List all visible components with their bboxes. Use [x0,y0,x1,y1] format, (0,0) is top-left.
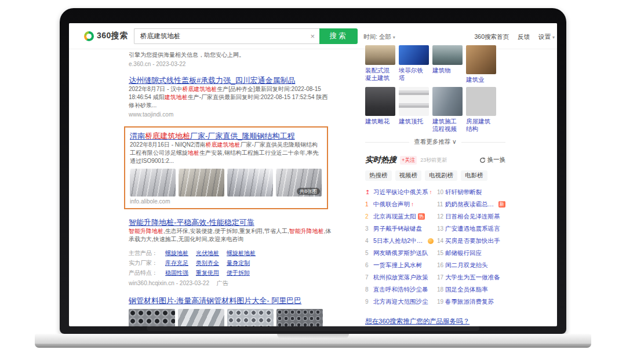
search-input[interactable] [139,29,301,43]
hot-search-item[interactable]: 16 闰二月双龙抬头 [437,259,505,271]
related-image-item[interactable]: 房屋建筑结构 [466,87,496,133]
related-image-thumbnail[interactable] [365,45,395,65]
hot-search-item[interactable]: ↥ 习近平纵论中俄关系 ↑ [365,186,434,198]
ad-link[interactable]: 稳固性强 [165,268,188,278]
image-result-cell[interactable]: 小口径热轧无缝钢管6 米定尺现货图片 欢迎 [276,309,323,326]
related-image-label[interactable]: 房屋建筑结构 [466,118,496,133]
search-button[interactable]: 搜索 [319,28,358,44]
hot-search-item[interactable]: 4 5日本人抢劫2中国人 [365,235,434,247]
result-title-link[interactable]: 渭南桥底建筑地桩厂家-厂家直供_隆顺钢结构工程 [130,132,295,141]
rank-number: 2 [365,213,373,220]
related-image-thumbnail[interactable] [466,87,496,116]
steel-rails-thumbnail[interactable] [227,169,273,196]
related-image-thumbnail[interactable] [466,45,496,74]
related-image-item[interactable]: 建筑雕花 [365,87,395,133]
result-partial: 引擎为您提供海量相关信息，助您安心上网。 e.360.cn - 2023-03-… [129,51,332,67]
hot-item-text: 闰二月双龙抬头 [445,261,488,270]
pipe-yard-thumbnail[interactable] [179,169,224,196]
nav-feedback-link[interactable]: 反馈 [518,33,530,41]
hot-tab[interactable]: 热搜榜 [365,170,392,181]
related-image-label[interactable]: 建筑物 [432,67,463,74]
hot-search-item[interactable]: 3 男子戴手铐敲键盘 [365,223,434,235]
related-image-item[interactable]: 建筑业 [466,45,496,83]
ad-link[interactable]: 螺旋桩地桩 [227,248,256,258]
related-image-thumbnail[interactable] [432,87,463,116]
sidebar-column: 装配式混凝土建筑 埃菲尔铁塔 建筑物 [365,45,505,326]
time-filter-dropdown[interactable]: 时间: 全部 ▾ [363,33,395,41]
hot-search-item[interactable]: 9 北方再迎大范围沙尘 [365,296,434,308]
hot-tab[interactable]: 视频榜 [395,170,422,181]
hot-search-item[interactable]: 6 一货车撞上风水树 [365,259,434,271]
steel-pipe-thumbnail[interactable] [227,309,274,326]
logo-360-search[interactable]: 360搜索 [84,31,128,41]
chevron-down-icon: ▾ [393,35,395,40]
hot-search-item[interactable]: 15 邮储银行回应 [437,247,505,259]
follow-button[interactable]: +关注 [400,156,417,165]
ad-link[interactable]: 重复使用 [196,268,219,278]
related-image-label[interactable]: 建筑顶托 [399,118,429,125]
ad-link[interactable]: 光伏地桩 [196,248,219,258]
hot-tab[interactable]: 电视剧榜 [425,170,457,181]
related-image-item[interactable]: 建筑顶托 [399,87,429,133]
related-image-item[interactable]: 埃菲尔铁塔 [399,45,429,83]
nav-settings-dropdown[interactable]: 设置 ▾ [538,33,555,41]
related-image-label[interactable]: 建筑雕花 [365,118,395,125]
result-title-link[interactable]: 达州缝隙式线性盖板#承载力强_四川宏通金属制品 [129,76,295,85]
image-result-cell[interactable]: 墨龙Q355D无缝钢管 生产参加 生产厂家 厂 [129,309,175,326]
related-image-item[interactable]: 建筑施工流程视频 [432,87,463,133]
result-title-link[interactable]: 智能升降地桩-平稳高效-性能稳定可靠 [129,218,254,227]
image-result-cell[interactable]: 材质45#冷拔无缝钢管 小口径45#厚壁无缝钢 [178,309,224,326]
image-count-badge: 共8张图 [297,188,320,195]
ground-screw-thumbnail[interactable] [130,169,176,196]
refresh-button[interactable]: 换一换 [479,156,506,164]
ad-row-strengths: 实力厂家： 库存充足 类别齐全 量身定制 [129,258,332,268]
steel-pipe-thumbnail[interactable] [178,309,224,326]
related-image-label[interactable]: 建筑业 [466,76,496,83]
hot-search-item[interactable]: 19 春季旅游消费复苏 [437,296,505,308]
hot-search-item[interactable]: 13 广安遭遇地震系谣言 [437,223,505,235]
result-thumbnails: 共8张图 [130,169,322,196]
hot-tab[interactable]: 电影榜 [461,170,487,181]
image-result-cell[interactable]: 镀锌管天津 镀锌管图 片 镀锌管的用途 [227,309,274,326]
hot-search-item[interactable]: 8 直击呼和浩特沙尘暴 [365,283,434,296]
steel-pipe-thumbnail[interactable] [129,309,175,326]
related-image-label[interactable]: 建筑施工流程视频 [432,118,463,133]
related-image-thumbnail[interactable] [365,87,395,116]
hot-search-item[interactable]: 18 国足全员体脂率 [437,283,505,296]
search-box[interactable]: × [134,28,319,44]
hot-item-text: 习近平纵论中俄关系 [373,188,428,196]
ground-screw-group-thumbnail[interactable]: 共8张图 [276,169,322,196]
ad-link[interactable]: 库存充足 [165,258,188,268]
hot-search-item[interactable]: 14 买房是否要加快出手 [437,235,505,247]
related-image-thumbnail[interactable] [432,45,463,65]
nav-home-link[interactable]: 360搜索首页 [475,33,509,41]
ad-link[interactable]: 螺旋地桩 [165,248,188,258]
hot-search-item[interactable]: 17 大学生为五一做准备 [437,271,505,283]
related-image-thumbnail[interactable] [399,87,429,116]
hot-search-item[interactable]: 11 奶奶熬夜读霸总小说 新 [437,198,505,210]
hot-search-item[interactable]: 1 中俄联合声明 ↑ [365,198,434,210]
ad-link[interactable]: 类别齐全 [196,258,219,268]
clear-search-icon[interactable]: × [310,32,315,41]
related-image-label[interactable]: 埃菲尔铁塔 [399,67,429,82]
hot-search-item[interactable]: 10 轩轩韧带断裂 [437,186,505,198]
result-title-link[interactable]: 钢管材料图片-海量高清钢管材料图片大全- 阿里巴巴 [129,296,301,305]
hot-search-item[interactable]: 12 日首相会见泽连斯基 [437,210,505,223]
steel-pipe-thumbnail[interactable] [276,309,323,326]
hot-search-item[interactable]: 7 杭州拟放宽落户政策 [365,271,434,283]
promotion-link[interactable]: 想在360搜索推广您的产品服务吗？ [365,318,470,325]
rank-number: 14 [437,238,445,244]
hot-search-item[interactable]: 5 网友晒俄罗斯护送队 [365,247,434,259]
related-image-label[interactable]: 装配式混凝土建筑 [365,67,395,82]
related-image-item[interactable]: 装配式混凝土建筑 [365,45,395,83]
related-image-item[interactable]: 建筑物 [432,45,463,83]
hot-item-text: 日首相会见泽连斯基 [445,213,500,221]
ad-link[interactable]: 便于拆卸 [227,268,250,278]
see-more-recommendations-link[interactable]: 查看更多推荐 ∨ [365,138,505,146]
ad-link[interactable]: 量身定制 [227,258,250,268]
related-image-thumbnail[interactable] [399,45,429,65]
hot-search-item[interactable]: 2 北京再现蓝太阳 热 [365,210,434,223]
hot-item-text: 奶奶熬夜读霸总小说 [445,201,497,209]
hot-item-text: 广安遭遇地震系谣言 [445,225,500,233]
rank-number: 3 [365,225,373,232]
